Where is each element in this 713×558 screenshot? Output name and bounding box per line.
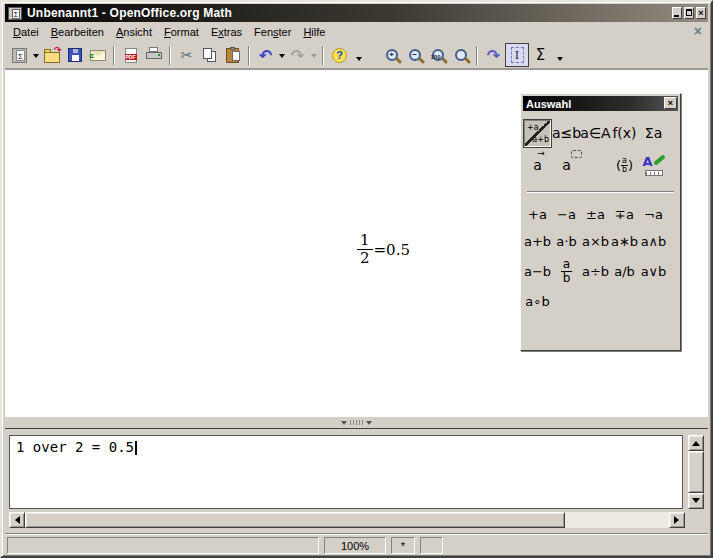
bubble-icon <box>571 150 582 158</box>
zoom-out-button[interactable]: − <box>403 44 426 66</box>
palette-symbol-row-3: a−b a b a÷b a/b a∨b <box>523 255 678 288</box>
category-others[interactable]: a <box>562 157 571 173</box>
palette-titlebar[interactable]: Auswahl × <box>523 96 678 111</box>
statusbar: 100% * <box>5 533 708 557</box>
palette-title: Auswahl <box>526 98 571 110</box>
menu-extras[interactable]: Extras <box>205 23 248 41</box>
refresh-icon: ↷ <box>487 46 500 65</box>
selection-palette: Auswahl × +a a+b a≤b a∈A f(x) Σa a <box>520 93 681 351</box>
symbol-a-over-b[interactable]: a b <box>561 258 572 285</box>
category-operators[interactable]: Σa <box>645 125 662 141</box>
save-button[interactable] <box>63 44 86 66</box>
category-set-operations[interactable]: a∈A <box>580 125 610 141</box>
scroll-right-button[interactable] <box>669 512 685 528</box>
toolbar-overflow-button[interactable] <box>554 44 565 66</box>
zoom-100-button[interactable]: 100 <box>426 44 449 66</box>
menu-ansicht[interactable]: Ansicht <box>110 23 158 41</box>
zoom-button[interactable] <box>449 44 472 66</box>
command-horizontal-scrollbar[interactable] <box>9 512 685 528</box>
menu-bearbeiten[interactable]: Bearbeiten <box>45 23 110 41</box>
toolbar-separator <box>476 46 478 65</box>
document-close-icon[interactable]: × <box>694 24 702 38</box>
view-toolbar: + − 100 ↷ I Σ <box>380 43 565 67</box>
new-document-dropdown[interactable] <box>31 44 40 66</box>
copy-button[interactable] <box>198 44 221 66</box>
scroll-down-button[interactable] <box>688 493 704 509</box>
palette-symbol-row-2: a+b a⋅b a×b a∗b a∧b <box>523 228 678 255</box>
toolbar-overflow-button[interactable] <box>353 44 364 66</box>
export-pdf-button[interactable]: PDF <box>119 44 142 66</box>
pencil-icon <box>653 154 666 165</box>
palette-symbol-row-1: +a −a ±a ∓a ¬a <box>523 201 678 228</box>
symbol-a-ast-b[interactable]: a∗b <box>611 234 638 249</box>
category-formats[interactable]: A <box>642 154 666 176</box>
paste-button[interactable] <box>221 44 244 66</box>
update-button[interactable]: ↷ <box>482 44 505 66</box>
zoom-in-button[interactable]: + <box>380 44 403 66</box>
redo-button[interactable]: ↷ <box>286 44 309 66</box>
print-button[interactable] <box>142 44 165 66</box>
zoom-100-icon: 100 <box>432 49 444 61</box>
maximize-button[interactable] <box>684 7 694 19</box>
arrow-down-icon <box>692 498 700 507</box>
arrow-right-icon <box>674 516 683 524</box>
zoom-icon <box>455 49 467 61</box>
palette-close-button[interactable]: × <box>664 97 677 109</box>
menubar: Datei Bearbeiten Ansicht Format Extras F… <box>5 22 708 42</box>
vertical-scroll-thumb[interactable] <box>688 451 704 493</box>
category-brackets[interactable]: ( ab ) <box>616 157 633 174</box>
save-icon <box>68 48 82 62</box>
symbol-a-div-b[interactable]: a÷b <box>582 264 609 279</box>
symbol-minus-a[interactable]: −a <box>557 207 576 222</box>
category-unary-binary-operators[interactable]: +a a+b <box>524 120 551 147</box>
symbol-a-times-b[interactable]: a×b <box>582 234 609 249</box>
command-vertical-scrollbar[interactable] <box>688 435 704 509</box>
help-button[interactable]: ? <box>328 44 351 66</box>
symbol-a-slash-b[interactable]: a/b <box>614 264 635 279</box>
category-attributes[interactable]: a → <box>533 157 542 173</box>
symbol-minusplus-a[interactable]: ∓a <box>615 207 634 222</box>
undo-button[interactable]: ↶ <box>254 44 277 66</box>
symbol-a-plus-b[interactable]: a+b <box>524 234 551 249</box>
sigma-icon: Σ <box>536 46 545 64</box>
menu-hilfe[interactable]: Hilfe <box>297 23 331 41</box>
toolbar: Σ ↷ PDF ✂ ↶ <box>5 42 708 69</box>
toolbar-separator <box>322 46 324 65</box>
symbol-plusminus-a[interactable]: ±a <box>586 207 605 222</box>
menu-fenster[interactable]: Fenster <box>248 23 297 41</box>
symbol-plus-a[interactable]: +a <box>528 207 547 222</box>
category-functions[interactable]: f(x) <box>612 125 636 141</box>
fraction-denominator: 2 <box>357 250 373 267</box>
category-relations[interactable]: a≤b <box>552 125 581 141</box>
scroll-up-button[interactable] <box>688 435 704 451</box>
window-splitter[interactable] <box>5 416 708 428</box>
status-zoom-panel[interactable]: 100% <box>324 537 386 554</box>
close-button[interactable]: × <box>696 7 706 19</box>
menu-datei[interactable]: Datei <box>7 23 45 41</box>
symbol-a-circ-b[interactable]: a∘b <box>525 294 549 309</box>
formula-cursor-button[interactable]: I <box>505 43 529 67</box>
command-input[interactable]: 1 over 2 = 0.5 <box>9 435 683 509</box>
symbol-a-and-b[interactable]: a∧b <box>641 234 667 249</box>
open-button[interactable]: ↷ <box>40 44 63 66</box>
arrow-up-icon <box>692 437 700 446</box>
symbol-not-a[interactable]: ¬a <box>644 207 663 222</box>
symbols-catalog-button[interactable]: Σ <box>529 44 552 66</box>
arrow-left-icon <box>11 516 20 524</box>
horizontal-scroll-thumb[interactable] <box>25 512 565 528</box>
scroll-left-button[interactable] <box>9 512 25 528</box>
cut-button[interactable]: ✂ <box>175 44 198 66</box>
symbol-a-minus-b[interactable]: a−b <box>524 264 551 279</box>
symbol-a-cdot-b[interactable]: a⋅b <box>556 234 576 249</box>
minimize-button[interactable] <box>672 7 682 19</box>
status-info-panel <box>7 537 319 554</box>
document-view[interactable]: 1 2 =0.5 Auswahl × +a a+b a≤b a∈A f(x) <box>5 69 708 416</box>
undo-dropdown[interactable] <box>277 44 286 66</box>
email-button[interactable] <box>86 44 109 66</box>
horizontal-scroll-track[interactable] <box>565 512 669 528</box>
cut-icon: ✂ <box>181 47 193 63</box>
print-icon <box>146 50 162 62</box>
symbol-a-or-b[interactable]: a∨b <box>641 264 667 279</box>
new-document-button[interactable]: Σ <box>8 44 31 66</box>
menu-format[interactable]: Format <box>158 23 205 41</box>
